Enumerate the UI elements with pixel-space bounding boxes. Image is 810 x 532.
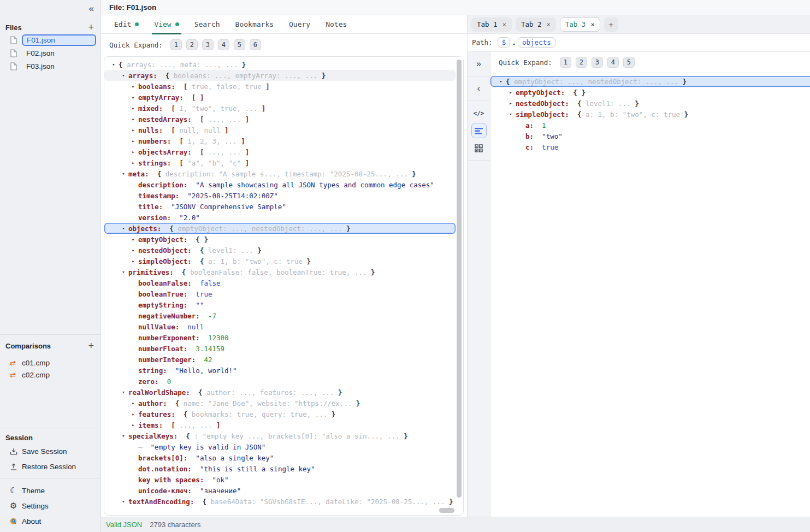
tab-bookmarks[interactable]: Bookmarks	[230, 15, 279, 34]
tree-row[interactable]: ▾primitives: { booleanFalse: false, bool…	[104, 267, 456, 277]
tree-row[interactable]: ▸features: { bookmarks: true, query: tru…	[104, 409, 456, 419]
tree-row[interactable]: ▾realWorldShape: { author: ..., features…	[104, 387, 456, 398]
expand-arrow-icon[interactable]: ▸	[129, 160, 137, 165]
chevrons-right-icon[interactable]: »	[471, 56, 487, 72]
path-segment[interactable]: objects	[518, 37, 555, 48]
quick-expand-level-3[interactable]: 3	[202, 39, 214, 50]
tree-row[interactable]: ▸emptyObject: { }	[104, 234, 456, 245]
tree-row[interactable]: unicode-ключ: "значение"	[104, 485, 456, 496]
chevrons-left-icon[interactable]: «	[89, 4, 94, 13]
expand-arrow-icon[interactable]: ▸	[129, 127, 137, 133]
grid-view-icon[interactable]	[471, 140, 487, 156]
quick-expand-level-4[interactable]: 4	[607, 57, 619, 68]
code-icon[interactable]: </>	[471, 105, 487, 121]
quick-expand-level-6[interactable]: 6	[250, 39, 261, 50]
tab-edit[interactable]: Edit	[109, 15, 144, 34]
collapse-arrow-icon[interactable]: ▾	[120, 226, 127, 231]
file-item[interactable]: F03.json	[0, 60, 100, 73]
expand-arrow-icon[interactable]: ▸	[129, 411, 137, 417]
comparison-item[interactable]: ⇄c02.cmp	[0, 369, 100, 381]
tree-row[interactable]: brackets[0]: "also a single key"	[104, 452, 456, 463]
tree-row[interactable]: ▸nulls: [ null, null ]	[104, 125, 456, 135]
collapse-arrow-icon[interactable]: ▾	[120, 269, 127, 275]
tree-row[interactable]: ▸objectsArray: [ ..., ... ]	[104, 146, 456, 157]
session-action-save-session[interactable]: Save Session	[0, 444, 100, 459]
file-item[interactable]: F02.json	[0, 47, 100, 60]
tree-row[interactable]: ▾specialKeys: { : "empty key ..., bracke…	[104, 430, 456, 441]
tree-row[interactable]: ▾{ arrays: ..., meta: ..., ... }	[104, 59, 456, 70]
expand-arrow-icon[interactable]: ▸	[129, 237, 137, 242]
tree-row[interactable]: ▸numbers: [ 1, 2, 3, ... ]	[104, 135, 456, 146]
close-icon[interactable]: ×	[547, 21, 551, 28]
menu-item-theme[interactable]: ☾Theme	[0, 483, 100, 498]
tree-row[interactable]: c: true	[490, 141, 810, 152]
tree-row[interactable]: negativeNumber: -7	[104, 310, 456, 321]
tree-row[interactable]: ▸mixed: [ 1, "two", true, ... ]	[104, 103, 456, 114]
tree-row[interactable]: ▸nestedObject: { level1: ... }	[104, 245, 456, 256]
collapse-arrow-icon[interactable]: ▾	[110, 62, 117, 67]
tree-row[interactable]: ▸booleans: [ true, false, true ]	[104, 81, 456, 92]
add-file-button[interactable]: +	[88, 22, 94, 32]
tree-row[interactable]: version: "2.0"	[104, 212, 456, 223]
expand-arrow-icon[interactable]: ▸	[129, 400, 137, 406]
expand-arrow-icon[interactable]: ▸	[129, 116, 137, 122]
file-item[interactable]: F01.json	[0, 34, 100, 46]
tree-row[interactable]: booleanTrue: true	[104, 288, 456, 299]
tree-row[interactable]: zero: 0	[104, 376, 456, 387]
quick-expand-level-2[interactable]: 2	[186, 39, 198, 50]
quick-expand-level-1[interactable]: 1	[560, 57, 571, 68]
expand-arrow-icon[interactable]: ▸	[129, 247, 137, 253]
comparison-item[interactable]: ⇄c01.cmp	[0, 357, 100, 369]
expand-arrow-icon[interactable]: ▸	[129, 258, 137, 264]
collapse-arrow-icon[interactable]: ▾	[120, 389, 127, 395]
tree-row[interactable]: ▸simpleObject: { a: 1, b: "two", c: true…	[104, 256, 456, 267]
add-tab-button[interactable]: +	[604, 17, 618, 32]
quick-expand-level-2[interactable]: 2	[576, 57, 587, 68]
collapse-arrow-icon[interactable]: ▾	[497, 79, 505, 84]
expand-arrow-icon[interactable]: ▸	[129, 422, 137, 428]
collapse-arrow-icon[interactable]: ▾	[120, 433, 127, 439]
session-action-restore-session[interactable]: Restore Session	[0, 459, 100, 474]
tree-row[interactable]: emptyString: ""	[104, 299, 456, 310]
menu-item-settings[interactable]: ⚙Settings	[0, 498, 100, 513]
collapse-arrow-icon[interactable]: ▾	[507, 111, 515, 117]
tree-row[interactable]: ▾objects: { emptyObject: ..., nestedObje…	[104, 223, 456, 234]
tree-row[interactable]: string: "Hello, world!"	[104, 365, 456, 376]
tree-row[interactable]: numberInteger: 42	[104, 354, 456, 365]
tree-row[interactable]: ▾arrays: { booleans: ..., emptyArray: ..…	[104, 70, 456, 81]
tree-row[interactable]: dot.notation: "this is still a single ke…	[104, 463, 456, 474]
expand-arrow-icon[interactable]: ▸	[129, 94, 137, 100]
tree-row[interactable]: ▾{ emptyObject: ..., nestedObject: ..., …	[490, 76, 810, 87]
tree-row[interactable]: ▸emptyArray: [ ]	[104, 92, 456, 103]
collapse-arrow-icon[interactable]: ▾	[120, 499, 127, 504]
quick-expand-level-5[interactable]: 5	[623, 57, 635, 68]
tab-notes[interactable]: Notes	[320, 15, 352, 34]
expand-arrow-icon[interactable]: ▸	[507, 90, 515, 95]
tree-row[interactable]: ▸emptyObject: { }	[490, 87, 810, 98]
expand-arrow-icon[interactable]: ▸	[129, 138, 137, 144]
tree-row[interactable]: timestamp: "2025-08-25T14:02:00Z"	[104, 190, 456, 201]
menu-item-about[interactable]: About	[0, 513, 100, 529]
tree-row[interactable]: ▸nestedObject: { level1: ... }	[490, 98, 810, 109]
inspector-tab-tab-2[interactable]: Tab 2×	[516, 17, 556, 32]
tab-query[interactable]: Query	[283, 15, 316, 34]
expand-arrow-icon[interactable]: ▸	[507, 101, 515, 106]
expand-arrow-icon[interactable]: ▸	[129, 105, 137, 111]
tree-row[interactable]: ▸author: { name: "Jane Doe", website: "h…	[104, 398, 456, 409]
tab-search[interactable]: Search	[189, 15, 226, 34]
tree-row[interactable]: ▸nestedArrays: [ ..., ... ]	[104, 114, 456, 125]
quick-expand-level-3[interactable]: 3	[592, 57, 603, 68]
tree-row[interactable]: nullValue: null	[104, 321, 456, 332]
tree-row[interactable]: ▸strings: [ "a", "b", "c" ]	[104, 157, 456, 168]
tree-row[interactable]: numberFloat: 3.14159	[104, 343, 456, 354]
tree-row[interactable]: booleanFalse: false	[104, 277, 456, 288]
tree-row[interactable]: – "empty key is valid in JSON"	[104, 441, 456, 452]
tree-view-icon[interactable]	[471, 123, 487, 138]
quick-expand-level-4[interactable]: 4	[218, 39, 229, 50]
tree-row[interactable]: description: "A sample showcasing all JS…	[104, 179, 456, 190]
expand-arrow-icon[interactable]: ▸	[129, 149, 137, 155]
add-comparison-button[interactable]: +	[88, 341, 94, 351]
collapse-arrow-icon[interactable]: ▾	[120, 171, 127, 176]
tree-row[interactable]: title: "JSONV Comprehensive Sample"	[104, 201, 456, 212]
expand-arrow-icon[interactable]: ▸	[129, 84, 137, 89]
